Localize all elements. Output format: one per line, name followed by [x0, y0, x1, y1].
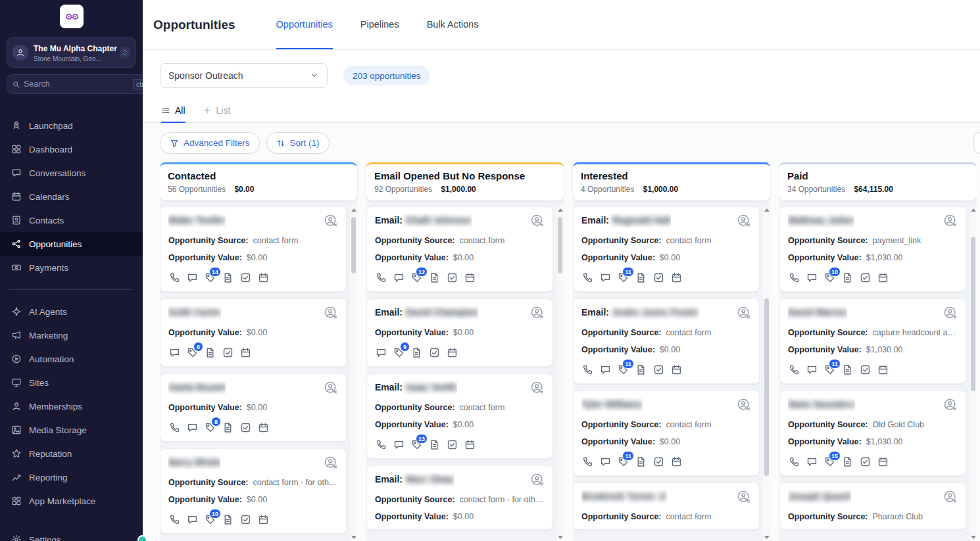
advanced-filters-button[interactable]: Advanced Filters — [160, 132, 260, 154]
tasks-icon[interactable] — [239, 271, 251, 283]
tasks-icon[interactable] — [428, 346, 440, 358]
appointment-icon[interactable] — [257, 271, 269, 283]
sort-button[interactable]: Sort (1) — [266, 132, 330, 154]
tasks-icon[interactable] — [446, 271, 458, 283]
chat-widget-bubble[interactable] — [137, 535, 147, 541]
scroll-up-icon[interactable] — [971, 208, 976, 212]
scrollbar-thumb[interactable] — [558, 217, 562, 273]
assign-owner-icon[interactable] — [737, 398, 751, 412]
column-scrollbar[interactable] — [762, 206, 770, 541]
notes-icon[interactable] — [635, 271, 647, 283]
tag-icon[interactable]: 11 — [823, 364, 835, 375]
tasks-icon[interactable] — [859, 364, 871, 375]
scroll-up-icon[interactable] — [764, 208, 770, 212]
assign-owner-icon[interactable] — [737, 214, 751, 228]
appointment-icon[interactable] — [257, 421, 269, 433]
assign-owner-icon[interactable] — [943, 306, 958, 320]
tasks-icon[interactable] — [652, 456, 664, 467]
tag-icon[interactable]: 11 — [617, 271, 629, 283]
assign-owner-icon[interactable] — [324, 456, 338, 470]
appointment-icon[interactable] — [670, 456, 682, 467]
sidebar-item-opportunities[interactable]: Opportunities — [0, 232, 143, 256]
add-list-tab[interactable]: List — [203, 105, 231, 123]
assign-owner-icon[interactable] — [943, 398, 958, 412]
tag-icon[interactable]: 11 — [617, 364, 629, 375]
tag-icon[interactable]: 6 — [186, 346, 198, 358]
opportunity-card[interactable]: Email:Isaac Smith Opportunity Source:con… — [366, 373, 553, 459]
opportunity-card[interactable]: Keith Carter Opportunity Value:$0.00 6 — [160, 298, 347, 367]
message-icon[interactable] — [393, 271, 404, 283]
opportunity-card[interactable]: Tyler Williams Opportunity Source:contac… — [573, 390, 760, 476]
call-icon[interactable] — [581, 364, 593, 375]
sidebar-item-payments[interactable]: Payments — [0, 256, 143, 279]
opportunity-card[interactable]: Email:Marc Shaw Opportunity Source:conta… — [366, 465, 553, 530]
sidebar-item-media-storage[interactable]: Media Storage — [0, 418, 143, 442]
assign-owner-icon[interactable] — [324, 381, 338, 395]
call-icon[interactable] — [375, 271, 387, 283]
message-icon[interactable] — [599, 364, 611, 375]
sidebar-item-automation[interactable]: Automation — [0, 347, 143, 371]
tasks-icon[interactable] — [859, 456, 871, 467]
tasks-icon[interactable] — [859, 271, 871, 283]
opportunity-card[interactable]: Broderick Turner Jr Opportunity Source:c… — [573, 482, 760, 530]
message-icon[interactable] — [393, 438, 404, 450]
call-icon[interactable] — [788, 456, 800, 467]
tag-icon[interactable]: 10 — [204, 513, 216, 525]
message-icon[interactable] — [186, 513, 198, 525]
call-icon[interactable] — [375, 438, 387, 450]
notes-icon[interactable] — [635, 456, 647, 467]
account-chevron-icon[interactable] — [120, 47, 130, 59]
appointment-icon[interactable] — [877, 271, 889, 283]
notes-icon[interactable] — [410, 346, 422, 358]
scrollbar-thumb[interactable] — [764, 298, 769, 476]
call-icon[interactable] — [168, 513, 180, 525]
opportunity-card[interactable]: Email:Andre Jones Foster Opportunity Sou… — [573, 298, 760, 384]
column-scrollbar[interactable] — [556, 206, 564, 541]
sidebar-item-reporting[interactable]: Reporting — [0, 465, 143, 489]
scroll-down-icon[interactable] — [971, 536, 976, 539]
notes-icon[interactable] — [428, 438, 440, 450]
sidebar-item-settings[interactable]: Settings — [0, 528, 143, 541]
call-icon[interactable] — [581, 456, 593, 467]
tag-icon[interactable]: 8 — [204, 421, 216, 433]
tag-icon[interactable]: 15 — [823, 456, 835, 467]
appointment-icon[interactable] — [670, 364, 682, 375]
opportunity-card[interactable]: Joseph Quash Opportunity Source:Pharaoh … — [779, 482, 966, 530]
tasks-icon[interactable] — [222, 346, 233, 358]
scroll-up-icon[interactable] — [351, 208, 356, 212]
opportunity-card[interactable]: Blake Tenifer Opportunity Source:contact… — [160, 206, 347, 292]
sidebar-item-contacts[interactable]: Contacts — [0, 208, 143, 232]
opportunity-card[interactable]: David Warren Opportunity Source:capture … — [779, 298, 966, 384]
tag-icon[interactable]: 10 — [823, 271, 835, 283]
scrollbar-thumb[interactable] — [351, 217, 356, 273]
assign-owner-icon[interactable] — [943, 490, 958, 504]
assign-owner-icon[interactable] — [530, 306, 545, 320]
scroll-down-icon[interactable] — [764, 536, 770, 539]
notes-icon[interactable] — [841, 364, 853, 375]
tag-icon[interactable]: 14 — [204, 271, 216, 283]
message-icon[interactable] — [375, 346, 387, 358]
assign-owner-icon[interactable] — [324, 306, 338, 320]
assign-owner-icon[interactable] — [530, 381, 545, 395]
message-icon[interactable] — [599, 271, 611, 283]
tag-icon[interactable]: 13 — [410, 438, 422, 450]
column-scrollbar[interactable] — [349, 206, 357, 541]
search-input[interactable] — [24, 80, 130, 89]
scrollbar-thumb[interactable] — [971, 237, 975, 391]
call-icon[interactable] — [581, 271, 593, 283]
cut-off-button[interactable] — [973, 132, 980, 154]
scroll-up-icon[interactable] — [558, 208, 563, 212]
call-icon[interactable] — [168, 421, 180, 433]
message-icon[interactable] — [186, 271, 198, 283]
tag-icon[interactable]: 12 — [410, 271, 422, 283]
assign-owner-icon[interactable] — [737, 306, 751, 320]
notes-icon[interactable] — [204, 346, 216, 358]
appointment-icon[interactable] — [464, 271, 476, 283]
call-icon[interactable] — [788, 271, 800, 283]
agency-logo[interactable]: ⚙⚙ — [60, 5, 84, 28]
appointment-icon[interactable] — [877, 364, 889, 375]
notes-icon[interactable] — [222, 271, 233, 283]
appointment-icon[interactable] — [670, 271, 682, 283]
sidebar-item-reputation[interactable]: Reputation — [0, 442, 143, 465]
notes-icon[interactable] — [428, 271, 440, 283]
